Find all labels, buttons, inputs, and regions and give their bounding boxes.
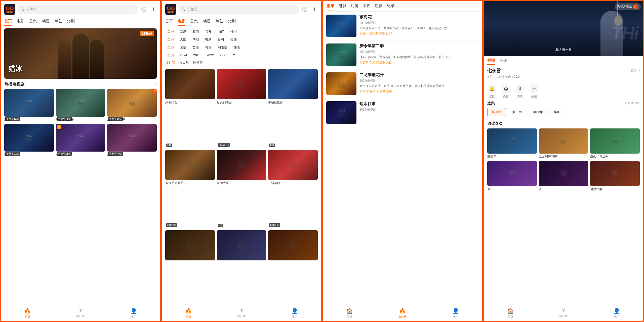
panel4-bottom-home[interactable]: 🏠 首页 [484,306,537,321]
filter-2022[interactable]: 2022 [205,53,216,59]
panel2-search-bar[interactable]: 🔍 长相思 [178,5,299,14]
bottom-nav-rank[interactable]: 7 排行榜 [54,306,107,321]
panel3-nav-doc[interactable]: 纪录... [387,1,398,11]
rec-item-2[interactable]: 🎬 庆余年第二季 [590,128,640,159]
episode-01[interactable]: 第01集 [487,108,506,116]
filter-minnan[interactable]: 闽南语 [216,44,229,51]
panel3-nav-variety[interactable]: 综艺 [363,1,371,11]
filter-2024[interactable]: 2024 [178,53,189,59]
panel3-nav-short[interactable]: 短剧 [375,1,383,11]
movie-item-8[interactable]: 🎥 [268,230,318,304]
show-item-3[interactable]: 🎬 更新至21集 边水往事 [4,124,54,157]
filter-horror[interactable]: 恐怖 [203,28,214,34]
panel3-nav-movie[interactable]: 电影 [338,1,346,11]
nav-tab-home[interactable]: 首页 [4,17,12,26]
danmaku-button[interactable]: 点我发弹幕 🎁 [615,3,641,10]
panel2-nav-home[interactable]: 首页 [165,17,173,26]
filter-hk[interactable]: 香港 [203,36,214,42]
series-item-1[interactable]: 🎬 庆余年第二季 2024/电视剧 【#庆余年第二季筹备#】张若昀的回应【庆余年… [326,40,479,69]
panel2-bottom-home[interactable]: 🔥 首页 [162,306,215,321]
movie-item-6[interactable]: 🎥 [165,230,215,304]
nav-tab-variety[interactable]: 综艺 [55,17,62,26]
movie-item-1[interactable]: 🎥 [db:备注] 新兵训练营 [217,69,266,148]
panel2-nav-series[interactable]: 剧集 [190,17,198,26]
panel2-bottom-rank[interactable]: 7 排行榜 [215,306,268,321]
download-icon[interactable]: ⬇ [150,6,157,13]
rec-item-3[interactable]: 🎬 今... [487,161,537,191]
filter-mandarin[interactable]: 国语 [178,44,188,51]
sort-popularity[interactable]: 按人气 [179,61,189,66]
episode-more[interactable]: 第0... [549,108,566,116]
panel2-download-icon[interactable]: ⬇ [311,6,318,13]
nav-tab-short[interactable]: 短剧 [67,17,75,26]
episode-02[interactable]: 第02集 [508,108,527,116]
video-tab-comment[interactable]: 评论 [500,56,507,65]
filter-all-lang[interactable]: 全部 [165,44,176,51]
action-favorite[interactable]: ☆ 收藏 [530,84,539,98]
panel1-search-bar[interactable]: 🔍 与凤行 [17,5,138,14]
show-item-1[interactable]: 🎬 更新至36集 庆余年第二季 [56,89,105,122]
show-item-0[interactable]: 🎬 更新至32集 藏海花 [4,89,54,122]
sort-score[interactable]: 按评分 [193,61,203,66]
action-download[interactable]: ⬇ 下载 [515,84,525,98]
panel4-bottom-profile[interactable]: 👤 我的 [590,306,643,321]
panel2-nav-short[interactable]: 短剧 [228,17,236,26]
nav-tab-movie[interactable]: 电影 [17,17,24,26]
show-item-4[interactable]: 🎬 七 更新至18集 七夜雪 [56,124,105,157]
movie-item-3[interactable]: 🎥 HD中字 多米尼克凤凰... [165,150,215,228]
bottom-nav-home[interactable]: 🔥 首页 [1,306,54,321]
history-icon[interactable]: 🕐 [140,6,147,13]
rec-item-1[interactable]: 🎬 二龙湖暖花开 [539,128,588,159]
filter-comedy[interactable]: 喜剧 [178,28,188,34]
series-item-2[interactable]: 🎬 二龙湖暖花开 2024/电视剧 城市保安哥张浩（张浩 饰）在家乡父老二龙湖村… [326,69,479,98]
movie-item-7[interactable]: 🎥 [217,230,266,304]
filter-2021[interactable]: 2021 [218,53,229,59]
filter-scifi[interactable]: 科幻 [228,28,239,34]
panel1-banner[interactable]: 全网独播 猎冰 [4,28,157,79]
panel3-bottom-rank[interactable]: 🔥 排行榜 [376,306,429,321]
filter-all-year[interactable]: 全部 [165,53,176,59]
filter-more-years[interactable]: 2... [231,53,240,59]
action-urge[interactable]: 🔔 催更 [487,84,496,98]
filter-2023[interactable]: 2023 [191,53,203,59]
action-source[interactable]: ① 换源 [501,84,510,98]
filter-romance[interactable]: 爱情 [190,28,201,34]
movie-item-5[interactable]: 🎥 HD国语 一雪前耻 [268,150,318,228]
movie-item-4[interactable]: 🎥 HD 冒牌大哥 [217,150,266,228]
movie-item-0[interactable]: 🎥 HD 致命约会 [165,69,215,148]
filter-english[interactable]: 英语 [190,44,201,51]
panel3-bottom-profile[interactable]: 👤 我的 [429,306,482,321]
panel2-nav-movie[interactable]: 电影 [178,17,185,26]
movie-item-2[interactable]: 🎥 HD 幸福的国家 [268,69,318,148]
sort-time[interactable]: 按时间 [165,61,175,66]
nav-tab-series[interactable]: 剧集 [29,17,37,26]
panel2-nav-variety[interactable]: 综艺 [216,17,223,26]
panel3-nav-series[interactable]: 剧集 [326,1,334,11]
nav-tab-anime[interactable]: 动漫 [42,17,50,26]
panel4-bottom-rank[interactable]: 7 排行榜 [537,306,590,321]
filter-action[interactable]: 动作 [216,28,226,34]
rec-item-5[interactable]: 🎬 边水往事 [590,161,640,191]
filter-dalu[interactable]: 大陆 [178,36,188,42]
show-intro-btn[interactable]: 简介 > [630,68,640,73]
filter-neidi[interactable]: 内地 [190,36,201,42]
panel3-nav-anime[interactable]: 动漫 [350,1,358,11]
series-item-3[interactable]: 🎬 边水往事 2024/电视剧 [326,98,479,127]
video-tab-video[interactable]: 视频 [487,56,495,65]
filter-cantonese[interactable]: 粤语 [203,44,214,51]
panel2-nav-anime[interactable]: 动漫 [203,17,211,26]
rec-item-4[interactable]: 🎬 流... [539,161,588,191]
panel1-section-more[interactable]: > [155,82,157,86]
show-item-5[interactable]: 🎬 更新至40集 流水迢迢 [107,124,157,157]
series-item-0[interactable]: 🎬 藏海花 2024/电视剧 本剧改编自南派三叔同名小说《藏海花》。讲述了《盗墓… [326,12,479,40]
filter-all-region[interactable]: 全部 [165,36,176,42]
show-item-2[interactable]: 🎬 热 更新至15集 二龙湖暖花开 [107,89,157,122]
filter-us[interactable]: 美国 [228,36,239,42]
bottom-nav-profile[interactable]: 👤 我的 [107,306,160,321]
panel2-bottom-profile[interactable]: 👤 我的 [268,306,321,321]
episode-03[interactable]: 第03集 [529,108,547,116]
filter-tw[interactable]: 台湾 [216,36,226,42]
filter-korean[interactable]: 韩语 [231,44,242,51]
panel2-history-icon[interactable]: 🕐 [301,6,308,13]
rec-item-0[interactable]: 🎬 藏海花 [487,128,537,159]
